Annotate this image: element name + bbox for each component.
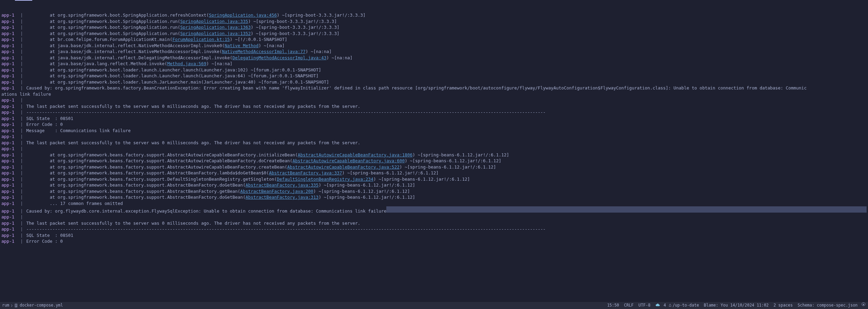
- log-prefix: app-1: [1, 208, 15, 214]
- stack-frame-text: at org.springframework.boot.SpringApplic…: [26, 31, 180, 37]
- log-line: ations link failure: [1, 91, 867, 97]
- stack-frame-text: at org.springframework.boot.loader.launc…: [26, 73, 319, 79]
- breadcrumb-file[interactable]: docker-compose.yml: [20, 302, 63, 308]
- source-link[interactable]: DefaultSingletonBeanRegistry.java:234: [277, 176, 373, 182]
- log-text-highlighted: Caused by: org.flywaydb.core.internal.ex…: [26, 208, 387, 214]
- log-text: The last packet sent successfully to the…: [26, 140, 360, 146]
- line-ending[interactable]: CRLF: [624, 302, 634, 308]
- log-line: app-1 | at org.springframework.beans.fac…: [1, 158, 867, 164]
- log-text: Error Code : 0: [26, 238, 63, 244]
- log-prefix: app-1: [1, 238, 15, 244]
- log-prefix: app-1: [1, 18, 15, 25]
- log-prefix: app-1: [1, 61, 15, 67]
- cursor-position[interactable]: 15:50: [607, 302, 619, 308]
- log-text: SQL State : 08S01: [26, 115, 73, 122]
- source-link[interactable]: SpringApplication.java:335: [180, 18, 248, 25]
- log-text: The last packet sent successfully to the…: [26, 103, 360, 110]
- stack-frame-suffix: ) ~[spring-beans-6.1.12.jar!/:6.1.12]: [319, 182, 415, 188]
- source-link[interactable]: ForumApplication.kt:15: [172, 36, 230, 43]
- indent-setting[interactable]: 2 spaces: [774, 302, 793, 308]
- stack-frame-suffix: ) ~[spring-boot-3.3.3.jar!/:3.3.3]: [277, 12, 366, 18]
- log-line: app-1 | at java.base/jdk.internal.reflec…: [1, 49, 867, 55]
- log-separator: |: [15, 31, 26, 37]
- log-prefix: app-1: [1, 220, 15, 226]
- log-prefix: app-1: [1, 55, 15, 61]
- sync-status[interactable]: 4 ⩟/up-to-date: [655, 302, 699, 308]
- log-separator: |: [15, 24, 26, 31]
- log-separator: |: [15, 232, 26, 239]
- schema-info[interactable]: Schema: compose-spec.json: [798, 302, 858, 308]
- log-line: app-1 | Caused by: org.flywaydb.core.int…: [1, 206, 867, 214]
- log-prefix: app-1: [1, 214, 15, 220]
- stack-frame-text: at org.springframework.beans.factory.sup…: [26, 158, 293, 164]
- breadcrumb[interactable]: rum ❯ docker-compose.yml: [2, 302, 63, 308]
- svg-rect-2: [15, 305, 17, 306]
- log-prefix: app-1: [1, 152, 15, 158]
- log-prefix: app-1: [1, 146, 15, 152]
- log-line: app-1 | at org.springframework.beans.fac…: [1, 182, 867, 188]
- source-link[interactable]: AbstractBeanFactory.java:337: [269, 170, 342, 176]
- log-separator: |: [15, 158, 26, 164]
- log-line: app-1 |: [1, 146, 867, 152]
- git-blame[interactable]: Blame: You 14/10/2024 11:02: [704, 302, 769, 308]
- stack-frame-text: at org.springframework.beans.factory.sup…: [26, 188, 240, 195]
- log-line: app-1 | at org.springframework.beans.fac…: [1, 170, 867, 176]
- stack-frame-text: at org.springframework.boot.SpringApplic…: [26, 12, 209, 18]
- log-prefix: app-1: [1, 158, 15, 164]
- stack-frame-suffix: ) ~[!/:0.0.1-SNAPSHOT]: [230, 36, 287, 43]
- settings-icon[interactable]: [861, 302, 866, 308]
- source-link[interactable]: SpringApplication.java:456: [209, 12, 277, 18]
- log-prefix: app-1: [1, 43, 15, 49]
- source-link[interactable]: DelegatingMethodAccessorImpl.java:43: [232, 55, 326, 61]
- encoding[interactable]: UTF-8: [638, 302, 651, 308]
- log-separator: |: [15, 214, 26, 220]
- log-separator: |: [15, 49, 26, 55]
- source-link[interactable]: AbstractBeanFactory.java:313: [246, 194, 319, 200]
- source-link[interactable]: SpringApplication.java:1352: [180, 31, 251, 37]
- log-line: app-1 | --------------------------------…: [1, 109, 867, 115]
- log-line: app-1 | at org.springframework.beans.fac…: [1, 164, 867, 170]
- log-prefix: app-1: [1, 200, 15, 207]
- svg-rect-3: [15, 306, 16, 306]
- stack-frame-suffix: ) ~[na:na]: [259, 43, 285, 49]
- stack-frame-suffix: ) ~[spring-boot-3.3.3.jar!/:3.3.3]: [251, 24, 340, 31]
- log-separator: |: [15, 164, 26, 170]
- log-text: Caused by: org.springframework.beans.fac…: [26, 85, 807, 91]
- stack-frame-text: ... 17 common frames omitted: [26, 200, 123, 207]
- log-prefix: app-1: [1, 182, 15, 188]
- log-prefix: app-1: [1, 49, 15, 55]
- log-prefix: app-1: [1, 121, 15, 128]
- log-separator: |: [15, 140, 26, 146]
- log-prefix: app-1: [1, 24, 15, 31]
- log-prefix: app-1: [1, 67, 15, 73]
- log-line: app-1 | SQL State : 08S01: [1, 232, 867, 239]
- breadcrumb-root[interactable]: rum: [2, 302, 9, 308]
- log-separator: |: [15, 85, 26, 91]
- source-link[interactable]: SpringApplication.java:1363: [180, 24, 251, 31]
- log-line: app-1 | The last packet sent successfull…: [1, 103, 867, 110]
- log-separator: |: [15, 220, 26, 226]
- source-link[interactable]: AbstractAutowireCapableBeanFactory.java:…: [292, 158, 405, 164]
- source-link[interactable]: AbstractAutowireCapableBeanFactory.java:…: [298, 152, 412, 158]
- svg-rect-1: [15, 304, 17, 305]
- source-link[interactable]: AbstractAutowireCapableBeanFactory.java:…: [287, 164, 399, 170]
- log-prefix: app-1: [1, 97, 15, 103]
- log-prefix: app-1: [1, 194, 15, 200]
- log-separator: |: [15, 152, 26, 158]
- log-prefix: app-1: [1, 226, 15, 232]
- source-link[interactable]: AbstractBeanFactory.java:200: [240, 188, 313, 195]
- stack-frame-suffix: ) ~[spring-boot-3.3.3.jar!/:3.3.3]: [251, 31, 340, 37]
- source-link[interactable]: AbstractBeanFactory.java:335: [246, 182, 319, 188]
- stack-frame-suffix: ) ~[spring-beans-6.1.12.jar!/:6.1.12]: [405, 158, 501, 164]
- log-prefix: app-1: [1, 232, 15, 239]
- source-link[interactable]: Method.java:569: [167, 61, 206, 67]
- source-link[interactable]: Native Method: [225, 43, 259, 49]
- stack-frame-text: at org.springframework.beans.factory.sup…: [26, 194, 246, 200]
- log-prefix: app-1: [1, 109, 15, 115]
- source-link[interactable]: NativeMethodAccessorImpl.java:77: [222, 49, 306, 55]
- log-prefix: app-1: [1, 164, 15, 170]
- stack-frame-suffix: ) ~[spring-beans-6.1.12.jar!/:6.1.12]: [399, 164, 496, 170]
- terminal-log-output[interactable]: app-1 | at org.springframework.boot.Spri…: [0, 0, 868, 301]
- log-prefix: app-1: [1, 12, 15, 18]
- log-prefix: app-1: [1, 188, 15, 195]
